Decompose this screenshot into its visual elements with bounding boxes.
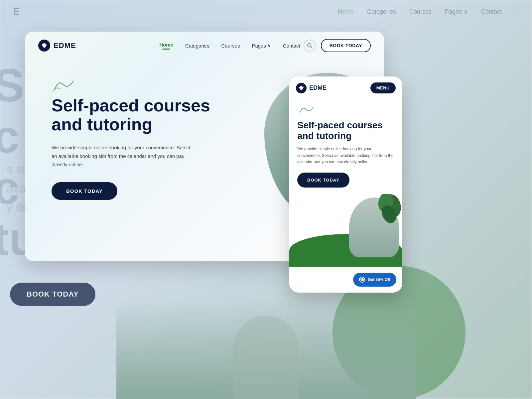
bg-nav: E Home Categories Courses Pages ∨ Contac… [0,0,532,23]
bg-logo: E [13,6,20,17]
chat-bubble[interactable]: 💬 Get 35% Off [353,273,396,287]
mobile-menu-button[interactable]: MENU [370,82,396,93]
mobile-card: EDME MENU Self-paced courses and tutorin… [289,76,402,293]
nav-link-contact[interactable]: Contact [283,43,300,49]
bg-person-silhouette [233,316,299,399]
nav-link-home[interactable]: Home [159,42,173,50]
bg-book-today-bottom-left[interactable]: BOOK TODAY [10,283,95,306]
bg-nav-pages: Pages ∨ [445,8,468,15]
mobile-image-area [289,194,402,267]
mobile-diamond-icon [298,85,304,91]
chat-icon: 💬 [359,277,365,283]
desktop-hero-book-button[interactable]: BOOK TODAY [52,182,117,200]
diamond-icon [41,42,48,49]
mobile-plant-icon [369,194,402,237]
desktop-logo: EDME [38,40,76,52]
desktop-nav-book-button[interactable]: BOOK TODAY [321,39,371,52]
mobile-logo: EDME [296,83,327,93]
desktop-logo-text: EDME [54,41,76,50]
mobile-logo-icon [296,83,307,93]
svg-point-0 [308,44,311,47]
mobile-hero: Self-paced courses and tutoring We provi… [289,99,402,194]
mobile-hero-title: Self-paced courses and tutoring [297,120,394,141]
nav-link-categories[interactable]: Categories [185,43,209,49]
search-icon [307,43,312,48]
mobile-squiggle-decoration [297,103,317,116]
bg-bottom-image [116,299,416,399]
nav-link-courses[interactable]: Courses [221,43,240,49]
desktop-nav-links: Home Categories Courses Pages ∨ Contact [159,42,300,50]
nav-link-pages[interactable]: Pages ∨ [252,43,271,49]
chat-bubble-label: Get 35% Off [368,277,390,282]
svg-line-1 [311,47,312,48]
bg-nav-home: Home [338,8,354,15]
bg-nav-search: ○ [515,8,519,15]
logo-icon [38,40,50,52]
bg-nav-courses: Courses [409,8,432,15]
squiggle-decoration [52,76,78,93]
search-button[interactable] [304,40,316,52]
desktop-hero-text: Self-paced courses and tutoring We provi… [52,69,224,200]
desktop-hero-description: We provide simple online booking for you… [52,143,191,169]
desktop-hero-title: Self-paced courses and tutoring [52,96,224,134]
desktop-nav: EDME Home Categories Courses Pages ∨ Con… [25,32,384,60]
mobile-hero-description: We provide simple online booking for you… [297,146,394,165]
bg-nav-categories: Categories [367,8,396,15]
bg-nav-links: Home Categories Courses Pages ∨ Contact … [338,8,519,15]
mobile-hero-book-button[interactable]: BOOK TODAY [297,173,349,188]
bg-nav-contact: Contact [481,8,502,15]
mobile-logo-text: EDME [309,84,327,91]
mobile-nav: EDME MENU [289,76,402,99]
